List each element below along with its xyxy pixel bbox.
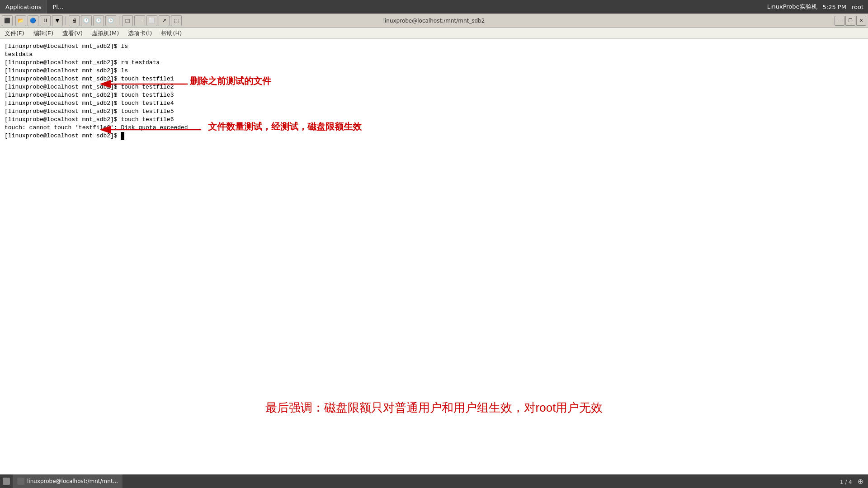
- toolbar-dropdown[interactable]: ▼: [52, 15, 63, 26]
- window-title: linuxprobe@localhost:/mnt/mnt_sdb2: [383, 18, 485, 24]
- term-line-2: [linuxprobe@localhost mnt_sdb2]$ rm test…: [5, 59, 863, 67]
- taskbar-nav-icon: ⊕: [858, 477, 863, 486]
- titlebar-left-icons: ⬛: [0, 15, 13, 26]
- delete-annotation: 删除之前测试的文件: [190, 75, 271, 87]
- toolbar-icon-6[interactable]: —: [134, 15, 145, 26]
- close-button[interactable]: ✕: [856, 16, 866, 26]
- term-line-9: [linuxprobe@localhost mnt_sdb2]$ touch t…: [5, 116, 863, 124]
- term-line-8: [linuxprobe@localhost mnt_sdb2]$ touch t…: [5, 108, 863, 116]
- toolbar-icon-7[interactable]: ⬜: [146, 15, 157, 26]
- toolbar-icon-print[interactable]: 🖨: [69, 15, 80, 26]
- menu-file[interactable]: 文件(F): [0, 28, 29, 38]
- taskbar-terminal-icon: [17, 478, 24, 485]
- toolbar-icon-1[interactable]: 📂: [15, 15, 26, 26]
- title-bar: ⬛ 📂 🔵 ⏸ ▼ 🖨 🕐 🕑 🕒 □ — ⬜ ↗ ⬚ linuxprobe@l…: [0, 14, 868, 28]
- menu-help[interactable]: 帮助(H): [156, 28, 186, 38]
- terminal-window: ⬛ 📂 🔵 ⏸ ▼ 🖨 🕐 🕑 🕒 □ — ⬜ ↗ ⬚ linuxprobe@l…: [0, 0, 868, 488]
- toolbar-icon-8[interactable]: ↗: [159, 15, 170, 26]
- terminal-icon: ⬛: [2, 15, 13, 26]
- restore-button[interactable]: ❐: [845, 16, 855, 26]
- taskbar: linuxprobe@localhost:/mnt/mnt... 1 / 4 ⊕: [0, 474, 868, 488]
- delete-arrow: [106, 79, 197, 92]
- toolbar-icon-clock1[interactable]: 🕐: [81, 15, 92, 26]
- window-controls: — ❐ ✕: [835, 16, 868, 26]
- toolbar-icon-clock2[interactable]: 🕑: [93, 15, 104, 26]
- toolbar-icon-9[interactable]: ⬚: [171, 15, 182, 26]
- taskbar-terminal-item[interactable]: linuxprobe@localhost:/mnt/mnt...: [13, 474, 123, 488]
- term-line-3: [linuxprobe@localhost mnt_sdb2]$ ls: [5, 67, 863, 75]
- terminal-content[interactable]: [linuxprobe@localhost mnt_sdb2]$ ls test…: [0, 39, 868, 488]
- menu-bar: 文件(F) 编辑(E) 查看(V) 虚拟机(M) 选项卡(I) 帮助(H): [0, 28, 868, 39]
- menu-vm[interactable]: 虚拟机(M): [87, 28, 123, 38]
- taskbar-terminal-label: linuxprobe@localhost:/mnt/mnt...: [27, 478, 118, 484]
- files-arrow: [106, 124, 210, 138]
- menu-edit[interactable]: 编辑(E): [29, 28, 58, 38]
- taskbar-page: 1 / 4 ⊕: [840, 477, 868, 486]
- toolbar-icon-2[interactable]: 🔵: [28, 15, 38, 26]
- final-note: 最后强调：磁盘限额只对普通用户和用户组生效，对root用户无效: [265, 400, 603, 416]
- term-line-6: [linuxprobe@localhost mnt_sdb2]$ touch t…: [5, 91, 863, 99]
- menu-view[interactable]: 查看(V): [58, 28, 87, 38]
- term-line-0: [linuxprobe@localhost mnt_sdb2]$ ls: [5, 42, 863, 51]
- minimize-button[interactable]: —: [835, 16, 844, 26]
- toolbar-icon-5[interactable]: □: [122, 15, 133, 26]
- toolbar-icon-3[interactable]: ⏸: [40, 15, 51, 26]
- term-line-7: [linuxprobe@localhost mnt_sdb2]$ touch t…: [5, 99, 863, 108]
- menu-tab[interactable]: 选项卡(I): [123, 28, 156, 38]
- taskbar-app-icon: [3, 478, 10, 485]
- toolbar-icon-clock3[interactable]: 🕒: [105, 15, 116, 26]
- files-annotation: 文件数量测试，经测试，磁盘限额生效: [208, 121, 362, 133]
- term-line-1: testdata: [5, 51, 863, 59]
